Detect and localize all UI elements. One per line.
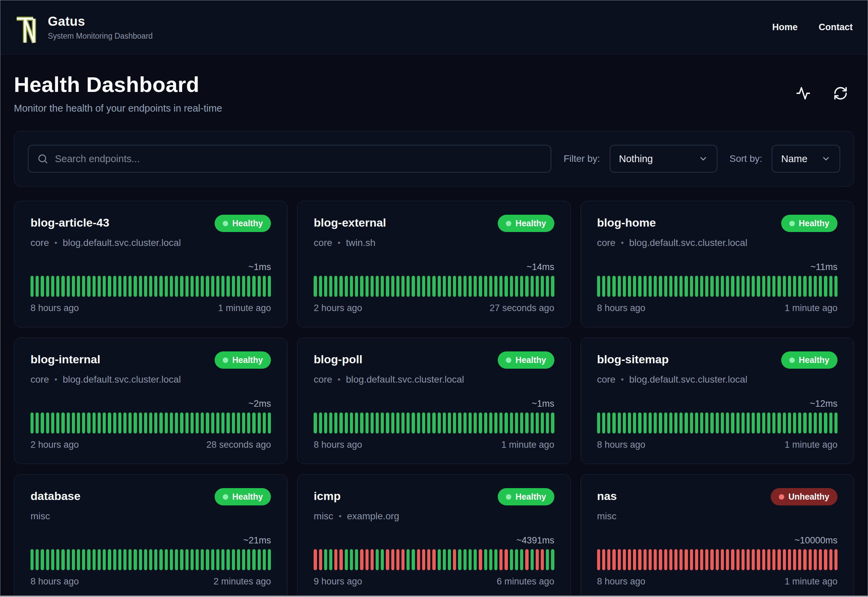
uptime-bar-success[interactable] xyxy=(407,549,410,570)
uptime-bar-success[interactable] xyxy=(185,413,188,434)
uptime-bar-failure[interactable] xyxy=(623,549,626,570)
uptime-bar-success[interactable] xyxy=(432,276,435,297)
uptime-bar-success[interactable] xyxy=(690,413,693,434)
uptime-bar-failure[interactable] xyxy=(541,549,544,570)
uptime-bar-success[interactable] xyxy=(329,413,332,434)
uptime-bar-success[interactable] xyxy=(324,413,327,434)
uptime-bar-success[interactable] xyxy=(98,549,101,570)
uptime-bar-success[interactable] xyxy=(829,276,832,297)
uptime-bar-success[interactable] xyxy=(370,413,374,434)
uptime-bar-failure[interactable] xyxy=(824,549,827,570)
uptime-bar-success[interactable] xyxy=(139,276,142,297)
uptime-bar-failure[interactable] xyxy=(638,549,641,570)
uptime-bar-success[interactable] xyxy=(242,276,245,297)
uptime-bar-success[interactable] xyxy=(252,549,255,570)
uptime-bar-success[interactable] xyxy=(87,413,90,434)
uptime-bar-success[interactable] xyxy=(453,413,456,434)
uptime-bar-success[interactable] xyxy=(82,276,85,297)
refresh-icon[interactable] xyxy=(833,86,848,101)
uptime-bar-failure[interactable] xyxy=(628,549,631,570)
endpoint-card[interactable]: database Healthy misc ~21ms 8 hours ago … xyxy=(14,474,287,597)
uptime-bar-success[interactable] xyxy=(242,413,245,434)
uptime-bar-success[interactable] xyxy=(113,276,116,297)
uptime-bar-failure[interactable] xyxy=(602,549,605,570)
uptime-bar-success[interactable] xyxy=(638,276,641,297)
uptime-bar-success[interactable] xyxy=(67,413,70,434)
uptime-bar-success[interactable] xyxy=(360,276,363,297)
uptime-bar-failure[interactable] xyxy=(654,549,657,570)
uptime-bar-success[interactable] xyxy=(541,413,544,434)
uptime-bar-success[interactable] xyxy=(123,276,126,297)
uptime-bar-success[interactable] xyxy=(227,549,230,570)
uptime-bar-success[interactable] xyxy=(232,276,235,297)
uptime-bar-failure[interactable] xyxy=(829,549,832,570)
uptime-bar-success[interactable] xyxy=(82,413,85,434)
uptime-bar-failure[interactable] xyxy=(597,549,600,570)
uptime-bar-success[interactable] xyxy=(638,413,641,434)
uptime-bar-success[interactable] xyxy=(77,549,80,570)
uptime-bar-success[interactable] xyxy=(180,413,183,434)
uptime-bar-success[interactable] xyxy=(355,549,358,570)
uptime-bar-success[interactable] xyxy=(180,549,183,570)
uptime-bar-success[interactable] xyxy=(814,413,817,434)
uptime-bar-failure[interactable] xyxy=(690,549,693,570)
uptime-bar-success[interactable] xyxy=(762,276,765,297)
uptime-bar-success[interactable] xyxy=(185,276,188,297)
uptime-bar-success[interactable] xyxy=(191,413,194,434)
uptime-bar-success[interactable] xyxy=(793,413,796,434)
uptime-bar-success[interactable] xyxy=(458,549,461,570)
uptime-bar-success[interactable] xyxy=(664,276,667,297)
uptime-bar-success[interactable] xyxy=(772,276,775,297)
uptime-bar-success[interactable] xyxy=(258,413,261,434)
uptime-bar-success[interactable] xyxy=(56,276,59,297)
uptime-bar-failure[interactable] xyxy=(607,549,610,570)
uptime-bar-success[interactable] xyxy=(659,276,662,297)
uptime-bar-success[interactable] xyxy=(31,549,34,570)
uptime-bar-failure[interactable] xyxy=(798,549,801,570)
uptime-bar-success[interactable] xyxy=(103,413,106,434)
uptime-bar-success[interactable] xyxy=(798,413,801,434)
uptime-bar-success[interactable] xyxy=(417,413,420,434)
uptime-bar-success[interactable] xyxy=(443,549,446,570)
uptime-bar-failure[interactable] xyxy=(700,549,703,570)
uptime-bar-failure[interactable] xyxy=(453,549,456,570)
uptime-bar-success[interactable] xyxy=(448,276,451,297)
uptime-bar-success[interactable] xyxy=(464,413,467,434)
uptime-bar-success[interactable] xyxy=(401,276,404,297)
uptime-bar-success[interactable] xyxy=(41,549,44,570)
uptime-bar-success[interactable] xyxy=(237,549,240,570)
uptime-bar-success[interactable] xyxy=(531,276,534,297)
uptime-bar-failure[interactable] xyxy=(731,549,734,570)
uptime-bar-success[interactable] xyxy=(170,276,173,297)
uptime-bar-success[interactable] xyxy=(505,413,508,434)
uptime-bar-success[interactable] xyxy=(469,413,472,434)
uptime-bar-success[interactable] xyxy=(628,276,631,297)
uptime-bar-success[interactable] xyxy=(778,276,781,297)
uptime-bar-success[interactable] xyxy=(36,549,39,570)
uptime-bar-success[interactable] xyxy=(752,276,755,297)
uptime-bar-success[interactable] xyxy=(381,549,384,570)
uptime-bar-success[interactable] xyxy=(623,413,626,434)
uptime-bar-failure[interactable] xyxy=(710,549,713,570)
uptime-bar-success[interactable] xyxy=(644,276,647,297)
uptime-bar-success[interactable] xyxy=(664,413,667,434)
uptime-bar-success[interactable] xyxy=(36,276,39,297)
uptime-bar-success[interactable] xyxy=(376,549,379,570)
uptime-bar-success[interactable] xyxy=(809,413,812,434)
endpoint-card[interactable]: blog-internal Healthy core • blog.defaul… xyxy=(14,337,287,464)
uptime-bar-success[interactable] xyxy=(819,276,822,297)
uptime-bar-success[interactable] xyxy=(607,276,610,297)
uptime-bar-success[interactable] xyxy=(525,413,528,434)
uptime-bar-success[interactable] xyxy=(263,549,266,570)
uptime-bar-success[interactable] xyxy=(546,549,549,570)
uptime-bar-failure[interactable] xyxy=(705,549,708,570)
uptime-bar-success[interactable] xyxy=(536,276,539,297)
uptime-bar-success[interactable] xyxy=(345,549,348,570)
uptime-bar-success[interactable] xyxy=(695,276,698,297)
uptime-bar-success[interactable] xyxy=(680,413,683,434)
uptime-bar-success[interactable] xyxy=(536,413,539,434)
uptime-bar-success[interactable] xyxy=(191,549,194,570)
uptime-bar-success[interactable] xyxy=(474,549,477,570)
activity-icon[interactable] xyxy=(796,86,811,101)
uptime-bar-success[interactable] xyxy=(51,413,54,434)
